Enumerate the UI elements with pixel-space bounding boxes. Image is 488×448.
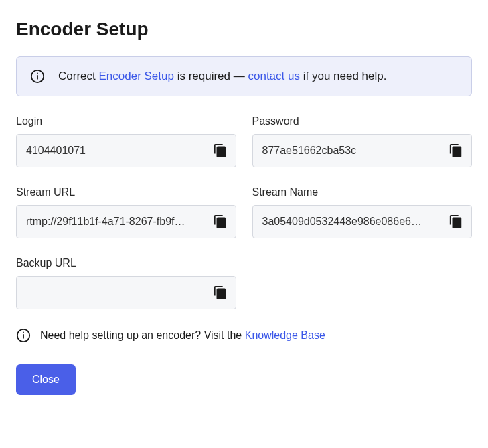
- stream-url-label: Stream URL: [16, 186, 236, 198]
- backup-url-label: Backup URL: [16, 257, 236, 269]
- info-icon: [16, 328, 31, 343]
- notice-text: Correct Encoder Setup is required — cont…: [58, 70, 386, 83]
- stream-name-value: 3a05409d0532448e986e086e6…: [262, 216, 441, 228]
- stream-name-copy-button[interactable]: [446, 212, 466, 232]
- svg-point-2: [37, 73, 38, 74]
- stream-name-label: Stream Name: [252, 186, 473, 198]
- stream-name-field: Stream Name 3a05409d0532448e986e086e6…: [252, 186, 473, 238]
- login-field: Login 4104401071: [16, 115, 236, 167]
- password-value: 877ae51662cba53c: [262, 145, 441, 157]
- stream-name-input-wrap: 3a05409d0532448e986e086e6…: [252, 205, 473, 238]
- notice-prefix: Correct: [58, 70, 98, 82]
- page-title: Encoder Setup: [16, 19, 472, 40]
- close-button[interactable]: Close: [16, 364, 76, 395]
- stream-url-value: rtmp://29f11b1f-4a71-8267-fb9f…: [26, 216, 205, 228]
- encoder-setup-link[interactable]: Encoder Setup: [98, 70, 173, 82]
- stream-url-copy-button[interactable]: [210, 212, 230, 232]
- password-input-wrap: 877ae51662cba53c: [252, 134, 473, 167]
- notice-suffix: if you need help.: [300, 70, 386, 82]
- help-text-wrap: Need help setting up an encoder? Visit t…: [40, 329, 325, 342]
- notice-middle: is required —: [174, 70, 248, 82]
- stream-url-field: Stream URL rtmp://29f11b1f-4a71-8267-fb9…: [16, 186, 236, 238]
- copy-icon: [213, 214, 228, 229]
- password-field: Password 877ae51662cba53c: [252, 115, 473, 167]
- copy-icon: [213, 143, 228, 158]
- login-label: Login: [16, 115, 236, 127]
- help-row: Need help setting up an encoder? Visit t…: [16, 328, 472, 343]
- password-label: Password: [252, 115, 473, 127]
- copy-icon: [213, 285, 228, 300]
- login-value: 4104401071: [26, 145, 205, 157]
- login-copy-button[interactable]: [210, 141, 230, 161]
- contact-us-link[interactable]: contact us: [248, 70, 300, 82]
- login-input-wrap: 4104401071: [16, 134, 236, 167]
- knowledge-base-link[interactable]: Knowledge Base: [245, 329, 325, 341]
- copy-icon: [449, 214, 463, 229]
- password-copy-button[interactable]: [446, 141, 466, 161]
- svg-point-5: [23, 332, 24, 333]
- backup-url-field: Backup URL: [16, 257, 236, 309]
- info-icon: [30, 69, 45, 84]
- notice-banner: Correct Encoder Setup is required — cont…: [16, 56, 472, 96]
- copy-icon: [449, 143, 463, 158]
- backup-url-input-wrap: [16, 276, 236, 309]
- stream-url-input-wrap: rtmp://29f11b1f-4a71-8267-fb9f…: [16, 205, 236, 238]
- help-text: Need help setting up an encoder? Visit t…: [40, 329, 245, 341]
- form-grid: Login 4104401071 Password 877ae51662cba5…: [16, 115, 472, 309]
- backup-url-copy-button[interactable]: [210, 283, 230, 303]
